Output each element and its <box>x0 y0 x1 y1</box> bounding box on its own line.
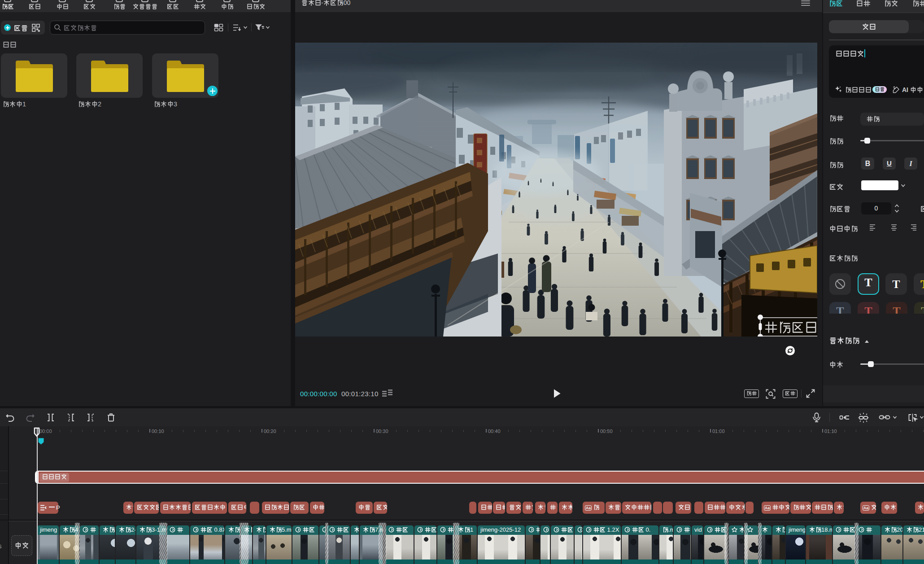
svg-text:T: T <box>892 278 900 291</box>
svg-text:T: T <box>920 278 924 291</box>
